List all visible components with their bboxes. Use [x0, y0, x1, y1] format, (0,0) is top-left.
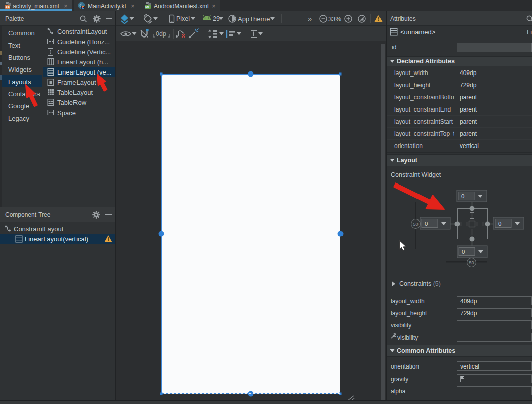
svg-text:0: 0 — [498, 221, 501, 227]
svg-text:50: 50 — [469, 260, 474, 265]
svg-text:»: » — [308, 14, 312, 23]
svg-text:0dp: 0dp — [156, 30, 166, 38]
svg-text:33%: 33% — [328, 15, 341, 23]
svg-text:MF: MF — [145, 5, 151, 9]
svg-text:50: 50 — [413, 222, 418, 227]
svg-text:AppTheme: AppTheme — [238, 15, 270, 23]
svg-text:29: 29 — [213, 15, 220, 22]
svg-text:Pixel: Pixel — [176, 15, 190, 22]
svg-text:<>: <> — [6, 5, 10, 9]
svg-text:0: 0 — [462, 249, 465, 255]
svg-text:0: 0 — [461, 193, 464, 199]
svg-text:0: 0 — [425, 221, 428, 227]
